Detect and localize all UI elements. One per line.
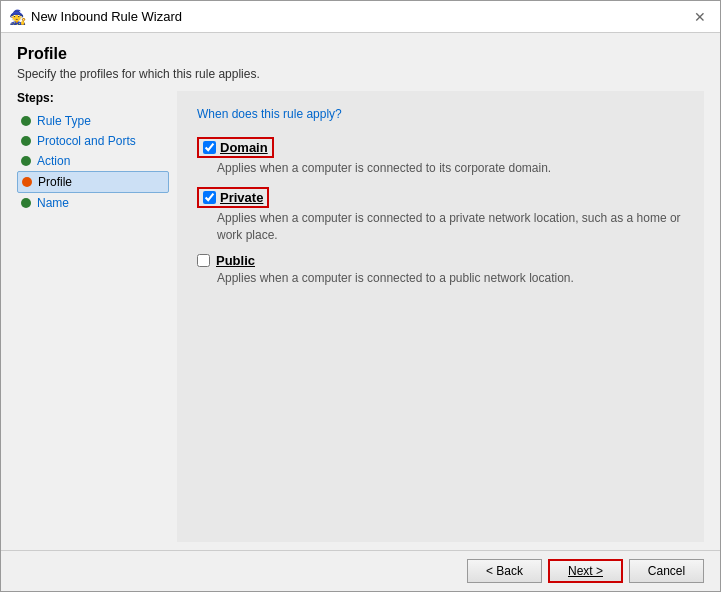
step-label-rule-type: Rule Type: [37, 114, 91, 128]
domain-checkbox[interactable]: [203, 141, 216, 154]
main-body: Steps: Rule Type Protocol and Ports Acti…: [17, 91, 704, 542]
title-text: New Inbound Rule Wizard: [31, 9, 182, 24]
option-header-private: Private: [197, 187, 684, 208]
domain-checkbox-box: Domain: [197, 137, 274, 158]
step-label-profile: Profile: [38, 175, 72, 189]
option-group-domain: Domain Applies when a computer is connec…: [197, 137, 684, 177]
public-label: Public: [216, 253, 255, 268]
option-group-public: Public Applies when a computer is connec…: [197, 253, 684, 287]
wizard-window: 🧙 New Inbound Rule Wizard ✕ Profile Spec…: [0, 0, 721, 592]
step-dot-name: [21, 198, 31, 208]
option-header-public: Public: [197, 253, 684, 268]
title-bar: 🧙 New Inbound Rule Wizard ✕: [1, 1, 720, 33]
wizard-icon: 🧙: [9, 9, 25, 25]
question-text: When does this rule apply?: [197, 107, 684, 121]
right-panel: When does this rule apply? Domain Applie…: [177, 91, 704, 542]
close-button[interactable]: ✕: [688, 5, 712, 29]
domain-label: Domain: [220, 140, 268, 155]
steps-label: Steps:: [17, 91, 169, 105]
sidebar-item-action[interactable]: Action: [17, 151, 169, 171]
private-checkbox-box: Private: [197, 187, 269, 208]
content-area: Profile Specify the profiles for which t…: [1, 33, 720, 550]
sidebar-item-profile[interactable]: Profile: [17, 171, 169, 193]
step-label-name: Name: [37, 196, 69, 210]
private-label: Private: [220, 190, 263, 205]
next-button[interactable]: Next >: [548, 559, 623, 583]
sidebar: Steps: Rule Type Protocol and Ports Acti…: [17, 91, 177, 542]
public-description: Applies when a computer is connected to …: [217, 270, 684, 287]
page-subtitle: Specify the profiles for which this rule…: [17, 67, 704, 81]
step-dot-profile: [22, 177, 32, 187]
sidebar-item-protocol-ports[interactable]: Protocol and Ports: [17, 131, 169, 151]
step-dot-action: [21, 156, 31, 166]
back-button[interactable]: < Back: [467, 559, 542, 583]
private-checkbox[interactable]: [203, 191, 216, 204]
step-dot-protocol-ports: [21, 136, 31, 146]
cancel-label: Cancel: [648, 564, 685, 578]
step-label-action: Action: [37, 154, 70, 168]
domain-description: Applies when a computer is connected to …: [217, 160, 684, 177]
next-label: Next >: [568, 564, 603, 578]
sidebar-item-name[interactable]: Name: [17, 193, 169, 213]
option-header-domain: Domain: [197, 137, 684, 158]
page-title: Profile: [17, 45, 704, 63]
footer: < Back Next > Cancel: [1, 550, 720, 591]
cancel-button[interactable]: Cancel: [629, 559, 704, 583]
back-label: < Back: [486, 564, 523, 578]
private-description: Applies when a computer is connected to …: [217, 210, 684, 244]
step-dot-rule-type: [21, 116, 31, 126]
sidebar-item-rule-type[interactable]: Rule Type: [17, 111, 169, 131]
step-label-protocol-ports: Protocol and Ports: [37, 134, 136, 148]
public-checkbox[interactable]: [197, 254, 210, 267]
option-group-private: Private Applies when a computer is conne…: [197, 187, 684, 244]
title-bar-left: 🧙 New Inbound Rule Wizard: [9, 9, 182, 25]
